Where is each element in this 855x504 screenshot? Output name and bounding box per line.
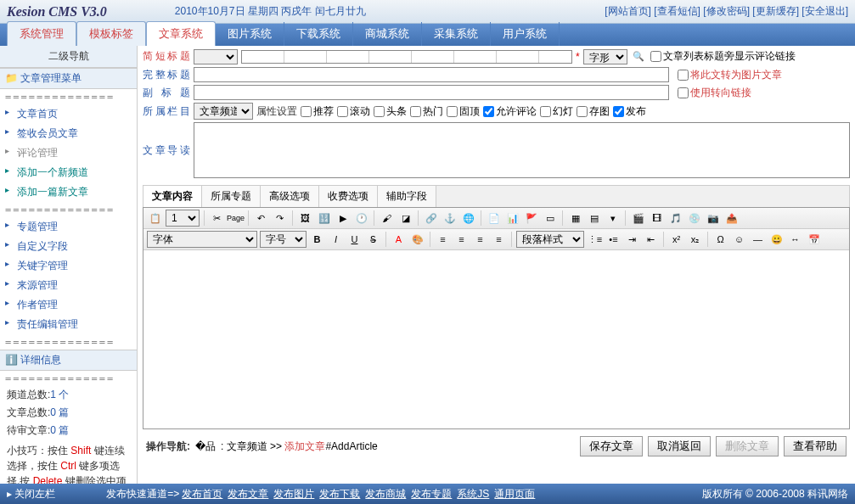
sb-editor[interactable]: 责任编辑管理 <box>0 315 137 334</box>
align-center-icon[interactable]: ≡ <box>453 232 470 248</box>
sb-article-home[interactable]: 文章首页 <box>0 104 137 124</box>
chk-to-img[interactable] <box>678 70 689 81</box>
zoom-select[interactable]: 1 <box>166 210 200 227</box>
sb-add-channel[interactable]: 添加一个新频道 <box>0 163 137 182</box>
sb-add-article[interactable]: 添加一篇新文章 <box>0 182 137 202</box>
clock-icon[interactable]: 🕐 <box>353 210 369 227</box>
globe-icon[interactable]: 🌐 <box>460 210 476 227</box>
chk-recommend[interactable] <box>301 106 312 117</box>
nav-article[interactable]: 文章系统 <box>146 21 216 46</box>
calc-icon[interactable]: 🔢 <box>316 210 332 227</box>
chk-save-img[interactable] <box>577 106 588 117</box>
media-icon[interactable]: ▶ <box>335 210 351 227</box>
chk-comment-link[interactable] <box>650 51 661 62</box>
sb-keyword[interactable]: 关键字管理 <box>0 256 137 276</box>
sb-comment[interactable]: 评论管理 <box>0 143 137 163</box>
font-size-select[interactable]: 字号 <box>260 231 307 248</box>
chk-hot[interactable] <box>410 106 421 117</box>
music-icon[interactable]: 🎵 <box>667 210 683 227</box>
table-icon[interactable]: ▦ <box>567 210 583 227</box>
nav-collect[interactable]: 采集系统 <box>422 22 491 46</box>
link-cache[interactable]: 更新缓存 <box>756 5 796 17</box>
ol-icon[interactable]: ⋮≡ <box>587 232 603 248</box>
chk-redirect[interactable] <box>678 87 689 98</box>
chk-allow-comment[interactable] <box>483 106 494 117</box>
save-button[interactable]: 保存文章 <box>580 436 643 456</box>
bgcolor-icon[interactable]: 🎨 <box>409 232 425 248</box>
select-icon[interactable]: ▾ <box>605 210 621 227</box>
cancel-button[interactable]: 取消返回 <box>648 436 711 456</box>
para-style-select[interactable]: 段落样式 <box>516 231 584 248</box>
film2-icon[interactable]: 🎞 <box>649 210 665 227</box>
font-family-select[interactable]: 字体 <box>147 231 257 248</box>
help-button[interactable]: 查看帮助 <box>784 436 847 456</box>
redo-icon[interactable]: ↷ <box>272 210 288 227</box>
delete-button[interactable]: 删除文章 <box>716 436 779 456</box>
image-icon[interactable]: 🖼 <box>297 210 313 227</box>
link-home[interactable]: 网站首页 <box>608 5 649 17</box>
sb-source[interactable]: 来源管理 <box>0 276 137 295</box>
hr-icon[interactable]: — <box>750 232 766 248</box>
underline-icon[interactable]: U <box>346 232 363 248</box>
channel-select[interactable]: 文章频道 <box>194 103 253 120</box>
sub-icon[interactable]: x₂ <box>687 232 703 248</box>
disc-icon[interactable]: 💿 <box>686 210 702 227</box>
indent-icon[interactable]: ⇥ <box>624 232 640 248</box>
film-icon[interactable]: 🎬 <box>630 210 646 227</box>
ul-icon[interactable]: •≡ <box>605 232 622 248</box>
eraser-icon[interactable]: ◪ <box>397 210 413 227</box>
link-icon[interactable]: 🔗 <box>423 210 439 227</box>
search-icon[interactable]: 🔍 <box>631 48 647 64</box>
outdent-icon[interactable]: ⇤ <box>643 232 659 248</box>
chk-scroll[interactable] <box>337 106 348 117</box>
paste-icon[interactable]: 📋 <box>147 210 163 227</box>
link-pwd[interactable]: 修改密码 <box>706 5 747 17</box>
sub-title-input[interactable] <box>194 85 669 100</box>
align-right-icon[interactable]: ≡ <box>472 232 488 248</box>
cut-icon[interactable]: ✂ <box>209 210 225 227</box>
intro-textarea[interactable] <box>194 122 850 178</box>
doc-icon[interactable]: 📄 <box>486 210 502 227</box>
nav-template[interactable]: 模板标签 <box>76 21 146 46</box>
nav-system[interactable]: 系统管理 <box>7 21 76 46</box>
color-icon[interactable]: A <box>391 232 407 248</box>
flag-icon[interactable]: 🚩 <box>523 210 539 227</box>
link-msg[interactable]: 查看短信 <box>657 5 698 17</box>
align-left-icon[interactable]: ≡ <box>435 232 451 248</box>
sb-author[interactable]: 作者管理 <box>0 295 137 315</box>
tab-content[interactable]: 文章内容 <box>143 186 202 207</box>
chk-sticky[interactable] <box>447 106 458 117</box>
bold-icon[interactable]: B <box>309 232 325 248</box>
upload-icon[interactable]: 📤 <box>723 210 740 227</box>
face-icon[interactable]: 😀 <box>768 232 785 248</box>
editor-body[interactable] <box>143 250 849 428</box>
brush-icon[interactable]: 🖌 <box>379 210 395 227</box>
tab-topic[interactable]: 所属专题 <box>202 186 261 207</box>
font-style-select[interactable]: 字形 <box>583 49 627 64</box>
sb-custom-field[interactable]: 自定义字段 <box>0 237 137 256</box>
nav-user[interactable]: 用户系统 <box>491 22 560 46</box>
page-icon[interactable]: Page <box>228 210 244 227</box>
tab-aux[interactable]: 辅助字段 <box>378 186 436 207</box>
symbol-icon[interactable]: Ω <box>712 232 728 248</box>
sb-topic[interactable]: 专题管理 <box>0 217 137 237</box>
link-logout[interactable]: 安全退出 <box>805 5 846 17</box>
chk-headline[interactable] <box>374 106 385 117</box>
excel-icon[interactable]: 📊 <box>504 210 520 227</box>
nav-download[interactable]: 下载系统 <box>284 22 353 46</box>
tab-advanced[interactable]: 高级选项 <box>261 186 319 207</box>
nav-image[interactable]: 图片系统 <box>216 22 284 46</box>
marquee-icon[interactable]: ↔ <box>787 232 803 248</box>
undo-icon[interactable]: ↶ <box>253 210 269 227</box>
form-icon[interactable]: ▤ <box>586 210 602 227</box>
chk-slide[interactable] <box>540 106 551 117</box>
nav-shop[interactable]: 商城系统 <box>353 22 422 46</box>
date-icon[interactable]: 📅 <box>806 232 822 248</box>
sup-icon[interactable]: x² <box>668 232 684 248</box>
italic-icon[interactable]: I <box>328 232 344 248</box>
align-justify-icon[interactable]: ≡ <box>491 232 507 248</box>
anchor-icon[interactable]: ⚓ <box>442 210 458 227</box>
strike-icon[interactable]: S̶ <box>365 232 381 248</box>
field-icon[interactable]: ▭ <box>542 210 558 227</box>
emoji-icon[interactable]: ☺ <box>731 232 747 248</box>
